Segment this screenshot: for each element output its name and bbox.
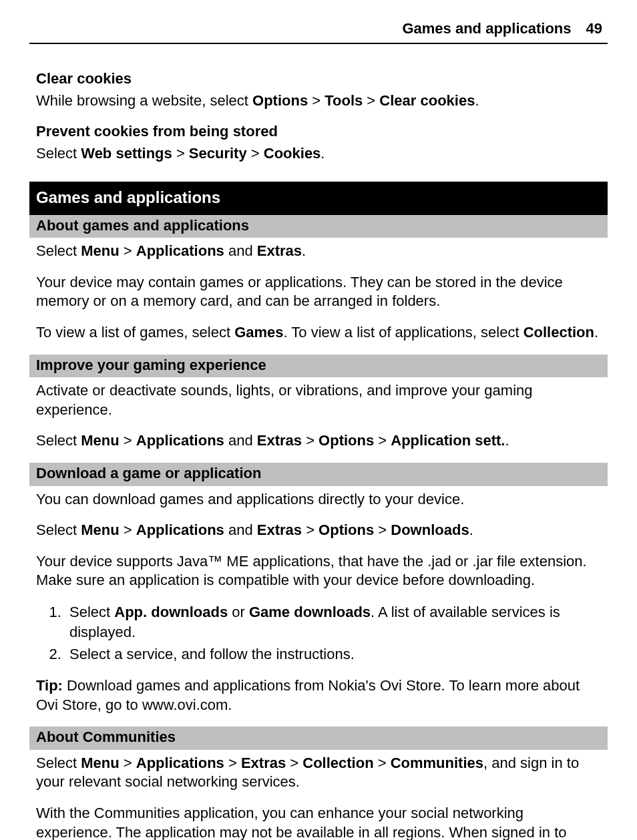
menu-communities: Communities [391,755,483,771]
page-number: 49 [586,20,602,37]
menu-games: Games [234,324,283,341]
menu-security: Security [189,145,247,162]
menu-cookies: Cookies [264,145,321,162]
para-about-games-select: Select Menu > Applications and Extras. [36,242,601,261]
menu-app-downloads: App. downloads [114,604,228,620]
para-prevent-cookies: Select Web settings > Security > Cookies… [36,144,601,164]
download-steps: Select App. downloads or Game downloads.… [36,602,601,664]
para-about-games-desc: Your device may contain games or applica… [36,273,601,311]
subsection-download: Download a game or application [29,463,608,486]
section-title-games-and-applications: Games and applications [29,182,608,214]
menu-collection: Collection [523,324,594,341]
menu-options: Options [252,92,308,109]
menu-tools: Tools [325,92,363,109]
list-item: Select a service, and follow the instruc… [65,644,601,664]
para-clear-cookies: While browsing a website, select Options… [36,91,601,111]
list-item: Select App. downloads or Game downloads.… [65,602,601,642]
page: Games and applications 49 Clear cookies … [0,0,637,840]
header-title: Games and applications [402,20,571,37]
para-improve-select: Select Menu > Applications and Extras > … [36,431,601,451]
para-communities-desc: With the Communities application, you ca… [36,804,601,840]
para-download-java: Your device supports Java™ ME applicatio… [36,552,601,590]
subsection-about-communities: About Communities [29,726,608,750]
menu-menu: Menu [81,242,119,259]
para-tip: Tip: Download games and applications fro… [36,676,601,714]
menu-game-downloads: Game downloads [249,604,371,620]
subsection-improve-gaming: Improve your gaming experience [29,355,608,378]
para-communities-select: Select Menu > Applications > Extras > Co… [36,754,601,792]
para-improve-desc: Activate or deactivate sounds, lights, o… [36,381,601,419]
heading-prevent-cookies: Prevent cookies from being stored [36,122,601,142]
menu-application-sett: Application sett. [391,432,505,449]
para-about-games-view: To view a list of games, select Games. T… [36,323,601,343]
tip-label: Tip: [36,677,67,694]
para-download-intro: You can download games and applications … [36,490,601,509]
menu-extras: Extras [257,242,302,259]
subsection-about-games: About games and applications [29,215,608,238]
menu-applications: Applications [136,242,224,259]
page-content: Clear cookies While browsing a website, … [29,69,608,840]
heading-clear-cookies: Clear cookies [36,69,601,89]
menu-web-settings: Web settings [81,145,172,162]
menu-clear-cookies: Clear cookies [379,92,475,109]
para-download-select: Select Menu > Applications and Extras > … [36,521,601,540]
menu-downloads: Downloads [391,521,469,538]
page-header: Games and applications 49 [29,20,608,44]
